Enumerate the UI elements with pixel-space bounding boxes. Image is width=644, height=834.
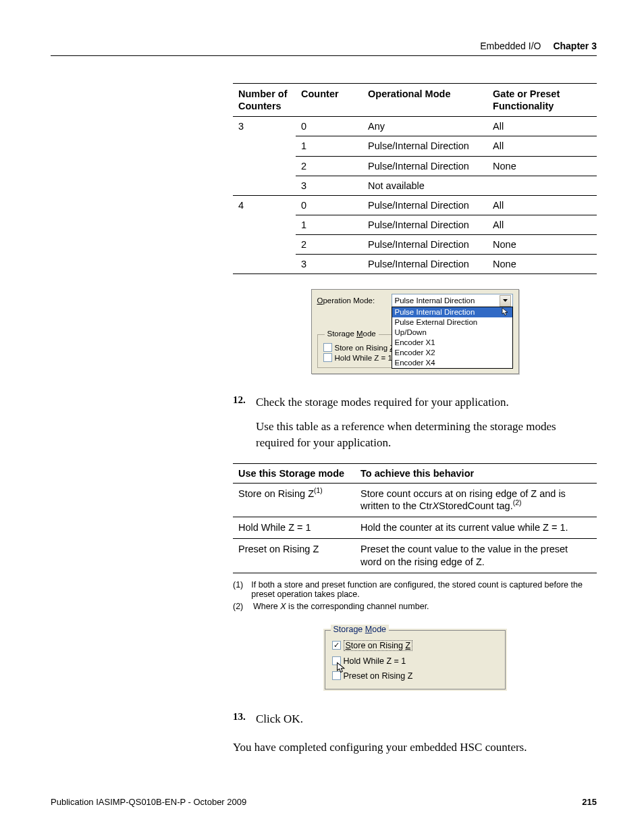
opmode-label: Operation Mode: — [317, 296, 392, 305]
cell: Pulse/Internal Direction — [363, 235, 487, 255]
cell: 2 — [296, 235, 363, 255]
cell-num: 3 — [233, 117, 296, 196]
store-rising-z-checkbox[interactable] — [332, 641, 341, 650]
opmode-option[interactable]: Encoder X1 — [392, 338, 512, 348]
th-counter: Counter — [296, 84, 363, 117]
opmode-option[interactable]: Pulse Internal Direction — [392, 307, 512, 317]
step-13: 13. Click OK. — [233, 711, 597, 727]
store-rising-z-label: Store on Rising Z — [344, 640, 413, 651]
header-chapter: Chapter 3 — [553, 41, 597, 51]
cell: Any — [363, 117, 487, 136]
cell: 0 — [296, 195, 363, 215]
hold-while-z-label: Hold While Z = 1 — [344, 656, 406, 666]
page-footer: Publication IASIMP-QS010B-EN-P - October… — [51, 797, 597, 807]
cell: 3 — [296, 176, 363, 195]
th-gate-preset: Gate or Preset Functionality — [487, 84, 597, 117]
storage-mode-legend: Storage Mode — [325, 330, 379, 338]
store-rising-z-label: Store on Rising Z — [335, 344, 395, 352]
cell: Pulse/Internal Direction — [363, 195, 487, 215]
footnote-2: (2) Where X is the corresponding channel… — [233, 602, 597, 611]
step-12: 12. Check the storage modes required for… — [233, 394, 597, 411]
page-number: 215 — [582, 797, 597, 807]
th-op-mode: Operational Mode — [363, 84, 487, 117]
opmode-option[interactable]: Up/Down — [392, 328, 512, 338]
cell: 2 — [296, 156, 363, 176]
cell: Not available — [363, 176, 597, 195]
th-behavior: To achieve this behavior — [355, 463, 597, 483]
opmode-dialog-screenshot: Operation Mode: Pulse Internal Direction… — [311, 289, 519, 374]
step-text: Check the storage modes required for you… — [256, 394, 509, 411]
table-row: 4 0 Pulse/Internal Direction All — [233, 195, 597, 215]
mouse-cursor-icon — [502, 307, 510, 319]
cell: Hold While Z = 1 — [233, 517, 355, 539]
cell: Hold the counter at its current value wh… — [355, 517, 597, 539]
cell: Preset on Rising Z — [233, 539, 355, 573]
hold-while-z-checkbox[interactable] — [323, 353, 332, 362]
cell: Pulse/Internal Direction — [363, 215, 487, 234]
storage-mode-table: Use this Storage mode To achieve this be… — [233, 463, 597, 573]
footnote-1: (1) If both a store and preset function … — [233, 580, 597, 599]
preset-rising-z-label: Preset on Rising Z — [344, 671, 413, 681]
table-row: Store on Rising Z(1) Store count occurs … — [233, 483, 597, 517]
cell: Pulse/Internal Direction — [363, 156, 487, 176]
opmode-option[interactable]: Encoder X4 — [392, 358, 512, 368]
cell: Preset the count value to the value in t… — [355, 539, 597, 573]
cell: 0 — [296, 117, 363, 136]
cell: All — [487, 117, 597, 136]
store-rising-z-checkbox[interactable] — [323, 343, 332, 352]
dropdown-arrow-icon[interactable] — [500, 295, 511, 307]
hold-while-z-label: Hold While Z = 1 — [335, 354, 392, 362]
cell: None — [487, 255, 597, 274]
opmode-option-list[interactable]: Pulse Internal Direction Pulse External … — [392, 307, 513, 369]
cell: Pulse/Internal Direction — [363, 255, 487, 274]
header-section: Embedded I/O — [480, 41, 541, 51]
th-num-counters: Number of Counters — [233, 84, 296, 117]
footnotes: (1) If both a store and preset function … — [233, 580, 597, 611]
step-text: Click OK. — [256, 711, 303, 727]
cell: None — [487, 235, 597, 255]
cell: Store on Rising Z(1) — [233, 483, 355, 517]
opmode-dropdown[interactable]: Pulse Internal Direction — [392, 294, 513, 307]
cell: Pulse/Internal Direction — [363, 136, 487, 156]
cell: All — [487, 136, 597, 156]
cell: 1 — [296, 215, 363, 234]
cell: 1 — [296, 136, 363, 156]
opmode-value: Pulse Internal Direction — [395, 296, 475, 305]
cell: All — [487, 195, 597, 215]
opmode-option[interactable]: Encoder X2 — [392, 348, 512, 358]
th-storage-mode: Use this Storage mode — [233, 463, 355, 483]
cell-num: 4 — [233, 195, 296, 274]
step-number: 13. — [233, 711, 256, 727]
table-row: 3 0 Any All — [233, 117, 597, 136]
step-number: 12. — [233, 394, 256, 411]
mouse-cursor-icon — [336, 662, 347, 676]
table-row: Preset on Rising Z Preset the count valu… — [233, 539, 597, 573]
counters-table: Number of Counters Counter Operational M… — [233, 83, 597, 274]
table-row: Hold While Z = 1 Hold the counter at its… — [233, 517, 597, 539]
step-12-para: Use this table as a reference when deter… — [256, 419, 597, 451]
cell: None — [487, 156, 597, 176]
publication-info: Publication IASIMP-QS010B-EN-P - October… — [51, 797, 246, 807]
page-header: Embedded I/O Chapter 3 — [51, 41, 597, 56]
storage-mode-screenshot: Storage Mode Store on Rising Z Hold Whil… — [323, 629, 507, 691]
cell: Store count occurs at on rising edge of … — [355, 483, 597, 517]
cell: 3 — [296, 255, 363, 274]
closing-para: You have completed configuring your embe… — [233, 739, 597, 756]
cell: All — [487, 215, 597, 234]
opmode-option[interactable]: Pulse External Direction — [392, 317, 512, 328]
storage-mode-legend: Storage Mode — [331, 625, 390, 634]
